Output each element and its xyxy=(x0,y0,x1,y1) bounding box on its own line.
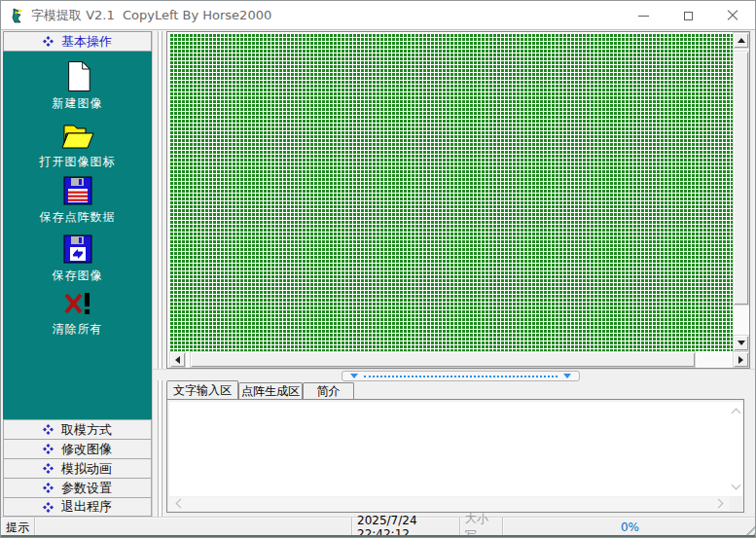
vertical-scroll-thumb[interactable] xyxy=(733,51,749,305)
app-icon xyxy=(10,8,25,23)
status-progress: 0% xyxy=(503,518,756,537)
text-input-panel xyxy=(166,399,744,513)
chevron-up-icon xyxy=(732,409,741,418)
arrow-right-icon xyxy=(738,356,743,364)
diamonds-icon xyxy=(43,444,54,454)
tool-clear-all[interactable]: 清除所有 xyxy=(3,289,152,338)
scroll-down-button[interactable] xyxy=(733,335,749,351)
canvas-horizontal-scrollbar[interactable] xyxy=(169,351,733,368)
diamonds-icon xyxy=(43,463,54,474)
bottom-tab-strip: 文字输入区 点阵生成区 简介 xyxy=(164,380,755,399)
collapse-arrow-icon xyxy=(563,374,571,378)
tab-label: 文字输入区 xyxy=(173,382,232,399)
arrow-down-icon xyxy=(738,341,745,345)
canvas-vertical-scrollbar[interactable] xyxy=(733,32,749,351)
sidebar: 基本操作 新建图像 打开图像图标 xyxy=(3,31,152,517)
nav-label: 修改图像 xyxy=(61,441,112,458)
minimize-icon xyxy=(638,16,649,17)
nav-parameter-settings[interactable]: 参数设置 xyxy=(3,478,152,497)
tool-label: 清除所有 xyxy=(53,321,103,338)
tool-new-image[interactable]: 新建图像 xyxy=(3,60,152,112)
new-image-icon xyxy=(63,60,92,92)
nav-exit-program[interactable]: 退出程序 xyxy=(3,497,152,517)
app-window: 字模提取 V2.1 CopyLeft By Horse2000 基本操作 新建图… xyxy=(0,0,756,538)
maximize-icon xyxy=(684,12,693,20)
arrow-left-icon xyxy=(175,356,180,364)
arrow-up-icon xyxy=(738,38,745,43)
chevron-right-icon xyxy=(714,499,724,509)
canvas-panel xyxy=(166,31,750,369)
tab-introduction[interactable]: 简介 xyxy=(303,382,354,399)
tab-dot-matrix-output[interactable]: 点阵生成区 xyxy=(238,382,303,399)
diamonds-icon xyxy=(43,424,54,435)
collapse-arrow-icon xyxy=(350,374,358,378)
sidebar-nav: 取模方式 修改图像 模拟动画 参数设置 退出程序 xyxy=(3,419,152,517)
panel-splitter xyxy=(153,369,755,380)
minimize-button[interactable] xyxy=(621,1,666,30)
title-bar: 字模提取 V2.1 CopyLeft By Horse2000 xyxy=(1,1,755,30)
scroll-right-button[interactable] xyxy=(733,351,749,368)
scroll-left-button[interactable] xyxy=(169,351,186,368)
text-input-area[interactable] xyxy=(169,402,730,496)
tool-label: 新建图像 xyxy=(53,95,103,112)
open-image-icon xyxy=(61,122,94,151)
scroll-up-button[interactable] xyxy=(733,32,749,49)
status-hint-label: 提示 xyxy=(1,518,35,537)
status-timestamp: 2025/7/24 22:42:12 xyxy=(352,518,460,537)
nav-label: 退出程序 xyxy=(61,498,112,516)
maximize-button[interactable] xyxy=(666,1,710,30)
diamonds-icon xyxy=(43,36,54,47)
nav-label: 模拟动画 xyxy=(61,460,112,478)
editor-vertical-scrollbar[interactable] xyxy=(730,402,742,496)
sidebar-header-basic-operations[interactable]: 基本操作 xyxy=(3,31,152,52)
status-message xyxy=(35,518,352,537)
nav-label: 取模方式 xyxy=(61,421,112,439)
nav-label: 参数设置 xyxy=(61,480,112,497)
tab-label: 点阵生成区 xyxy=(241,383,300,400)
window-bottom-edge xyxy=(1,535,755,537)
sidebar-splitter[interactable] xyxy=(152,31,166,517)
editor-horizontal-scrollbar[interactable] xyxy=(169,497,730,511)
diamonds-icon xyxy=(43,502,54,513)
nav-modify-image[interactable]: 修改图像 xyxy=(3,439,152,458)
pixel-grid-canvas[interactable] xyxy=(169,33,733,351)
sidebar-header-label: 基本操作 xyxy=(61,33,112,51)
tool-save-image[interactable]: 保存图像 xyxy=(3,233,152,284)
tool-open-image[interactable]: 打开图像图标 xyxy=(3,122,152,170)
nav-simulate-animation[interactable]: 模拟动画 xyxy=(3,458,152,478)
splitter-dots xyxy=(364,376,558,377)
tool-save-dot-matrix[interactable]: 保存点阵数据 xyxy=(3,175,152,226)
close-icon xyxy=(727,10,738,21)
nav-sampling-mode[interactable]: 取模方式 xyxy=(3,419,152,439)
clear-all-icon xyxy=(62,289,93,318)
status-bar: 提示 2025/7/24 22:42:12 大小写 0% xyxy=(1,517,756,537)
tab-text-input[interactable]: 文字输入区 xyxy=(166,380,238,399)
close-button[interactable] xyxy=(710,1,755,30)
tab-label: 简介 xyxy=(317,383,341,400)
diamonds-icon xyxy=(43,483,54,493)
tool-label: 保存图像 xyxy=(53,268,103,284)
horizontal-scroll-thumb[interactable] xyxy=(190,351,696,368)
chevron-left-icon xyxy=(176,499,186,509)
save-image-icon xyxy=(62,233,93,265)
window-title: 字模提取 V2.1 CopyLeft By Horse2000 xyxy=(31,7,271,24)
status-case-indicator: 大小写 xyxy=(460,518,503,537)
tool-label: 保存点阵数据 xyxy=(40,209,116,226)
chevron-down-icon xyxy=(732,481,741,490)
tool-label: 打开图像图标 xyxy=(40,154,116,170)
save-dot-matrix-icon xyxy=(62,175,93,206)
